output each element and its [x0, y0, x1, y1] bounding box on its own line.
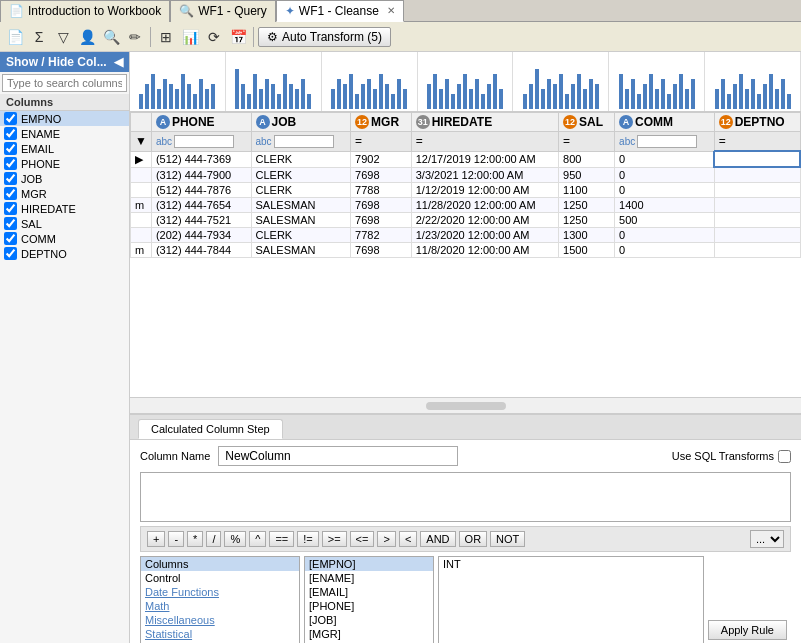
table-row[interactable]: ▶(512) 444-7369CLERK790212/17/2019 12:00… [131, 151, 801, 167]
transform-button[interactable]: ⟳ [203, 26, 225, 48]
cell-3[interactable]: 7698 [351, 167, 412, 182]
cell-3[interactable]: 7698 [351, 212, 412, 227]
category-item-control[interactable]: Control [141, 571, 299, 585]
op-btn-_[interactable]: / [206, 531, 221, 547]
cell-6[interactable]: 0 [615, 182, 715, 197]
category-item-columns[interactable]: Columns [141, 557, 299, 571]
col-list-item-3[interactable]: [PHONE] [305, 599, 433, 613]
cell-5[interactable]: 1500 [559, 242, 615, 257]
cell-2[interactable]: CLERK [251, 227, 351, 242]
cell-7[interactable] [714, 242, 800, 257]
sidebar-item-empno[interactable]: EMPNO [0, 111, 129, 126]
sidebar-checkbox-hiredate[interactable] [4, 202, 17, 215]
cell-2[interactable]: CLERK [251, 167, 351, 182]
expression-editor[interactable] [140, 472, 791, 522]
cell-4[interactable]: 11/28/2020 12:00:00 AM [411, 197, 558, 212]
sidebar-item-job[interactable]: JOB [0, 171, 129, 186]
tab-close-icon[interactable]: ✕ [387, 5, 395, 16]
op-btn-__[interactable]: >= [322, 531, 347, 547]
col-list-item-0[interactable]: [EMPNO] [305, 557, 433, 571]
tab-query[interactable]: 🔍 WF1 - Query [170, 0, 276, 22]
op-btn-__[interactable]: == [269, 531, 294, 547]
filter-input-phone[interactable] [174, 135, 234, 148]
cell-3[interactable]: 7698 [351, 242, 412, 257]
col-list-item-4[interactable]: [JOB] [305, 613, 433, 627]
sidebar-item-ename[interactable]: ENAME [0, 126, 129, 141]
col-list-item-2[interactable]: [EMAIL] [305, 585, 433, 599]
cell-3[interactable]: 7902 [351, 151, 412, 167]
tab-intro[interactable]: 📄 Introduction to Workbook [0, 0, 170, 22]
cell-6[interactable]: 0 [615, 242, 715, 257]
cell-2[interactable]: CLERK [251, 182, 351, 197]
cell-5[interactable]: 1100 [559, 182, 615, 197]
chart-button[interactable]: 📊 [179, 26, 201, 48]
col-list-item-1[interactable]: [ENAME] [305, 571, 433, 585]
cell-1[interactable]: (202) 444-7934 [151, 227, 251, 242]
cell-5[interactable]: 800 [559, 151, 615, 167]
op-select-dropdown[interactable]: ... [750, 530, 784, 548]
cell-2[interactable]: SALESMAN [251, 197, 351, 212]
sidebar-checkbox-comm[interactable] [4, 232, 17, 245]
table-row[interactable]: (312) 444-7521SALESMAN76982/22/2020 12:0… [131, 212, 801, 227]
op-btn-_[interactable]: > [377, 531, 395, 547]
filter-icon[interactable]: ▼ [135, 134, 147, 148]
cell-3[interactable]: 7788 [351, 182, 412, 197]
col-header-sal[interactable]: 12 SAL [559, 113, 615, 132]
cell-5[interactable]: 1250 [559, 212, 615, 227]
cell-6[interactable]: 0 [615, 167, 715, 182]
op-btn-__[interactable]: != [297, 531, 318, 547]
cell-6[interactable]: 1400 [615, 197, 715, 212]
table-row[interactable]: (512) 444-7876CLERK77881/12/2019 12:00:0… [131, 182, 801, 197]
sidebar-item-deptno[interactable]: DEPTNO [0, 246, 129, 261]
cell-3[interactable]: 7782 [351, 227, 412, 242]
category-item-date-functions[interactable]: Date Functions [141, 585, 299, 599]
sidebar-checkbox-deptno[interactable] [4, 247, 17, 260]
cell-6[interactable]: 0 [615, 151, 715, 167]
type-list-item-0[interactable]: INT [439, 557, 703, 571]
table-row[interactable]: (312) 444-7900CLERK76983/3/2021 12:00:00… [131, 167, 801, 182]
col-header-mgr[interactable]: 12 MGR [351, 113, 412, 132]
calendar-button[interactable]: 📅 [227, 26, 249, 48]
cell-5[interactable]: 1250 [559, 197, 615, 212]
cell-4[interactable]: 1/12/2019 12:00:00 AM [411, 182, 558, 197]
cell-7[interactable] [714, 167, 800, 182]
sidebar-checkbox-empno[interactable] [4, 112, 17, 125]
grid-button[interactable]: ⊞ [155, 26, 177, 48]
pencil-button[interactable]: ✏ [124, 26, 146, 48]
filter-input-comm[interactable] [637, 135, 697, 148]
table-row[interactable]: (202) 444-7934CLERK77821/23/2020 12:00:0… [131, 227, 801, 242]
filter-button[interactable]: ▽ [52, 26, 74, 48]
sidebar-item-email[interactable]: EMAIL [0, 141, 129, 156]
op-btn-_[interactable]: + [147, 531, 165, 547]
cell-7[interactable] [714, 197, 800, 212]
op-btn-_[interactable]: * [187, 531, 203, 547]
col-header-job[interactable]: A JOB [251, 113, 351, 132]
filter-input-job[interactable] [274, 135, 334, 148]
cell-2[interactable]: SALESMAN [251, 242, 351, 257]
profile-button[interactable]: 👤 [76, 26, 98, 48]
cell-4[interactable]: 1/23/2020 12:00:00 AM [411, 227, 558, 242]
op-btn-_[interactable]: ^ [249, 531, 266, 547]
op-btn-__[interactable]: <= [350, 531, 375, 547]
col-list-item-5[interactable]: [MGR] [305, 627, 433, 641]
col-header-comm[interactable]: A COMM [615, 113, 715, 132]
cell-1[interactable]: (312) 444-7654 [151, 197, 251, 212]
cell-3[interactable]: 7698 [351, 197, 412, 212]
cell-6[interactable]: 500 [615, 212, 715, 227]
search-button[interactable]: 🔍 [100, 26, 122, 48]
new-button[interactable]: 📄 [4, 26, 26, 48]
grid-area[interactable]: A PHONE A JOB 12 MGR 31 HIREDATE 12 SAL … [130, 112, 801, 397]
sidebar-checkbox-ename[interactable] [4, 127, 17, 140]
cell-5[interactable]: 950 [559, 167, 615, 182]
cell-2[interactable]: SALESMAN [251, 212, 351, 227]
cell-4[interactable]: 2/22/2020 12:00:00 AM [411, 212, 558, 227]
h-scroll-thumb[interactable] [426, 402, 506, 410]
op-btn-_[interactable]: % [224, 531, 246, 547]
sidebar-checkbox-mgr[interactable] [4, 187, 17, 200]
col-header-deptno[interactable]: 12 DEPTNO [714, 113, 800, 132]
auto-transform-button[interactable]: ⚙ Auto Transform (5) [258, 27, 391, 47]
sum-button[interactable]: Σ [28, 26, 50, 48]
sql-toggle-checkbox[interactable] [778, 450, 791, 463]
sidebar-item-phone[interactable]: PHONE [0, 156, 129, 171]
cell-5[interactable]: 1300 [559, 227, 615, 242]
